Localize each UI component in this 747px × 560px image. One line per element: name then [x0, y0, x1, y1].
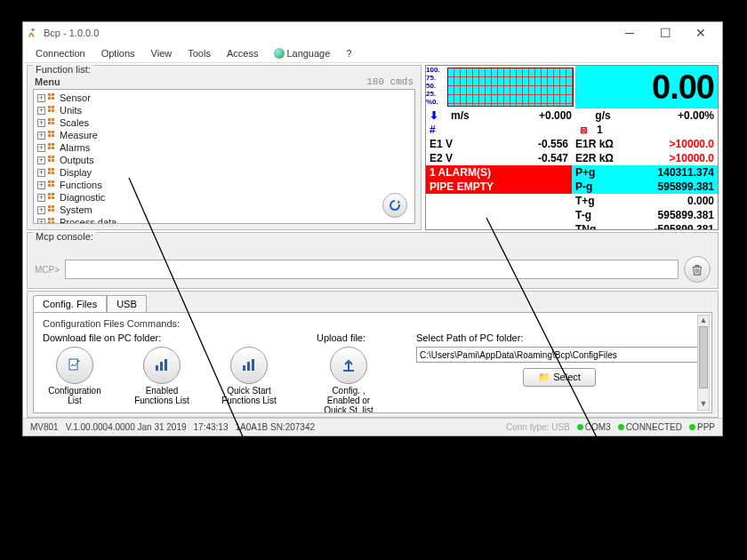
expand-icon[interactable]: +	[37, 219, 45, 225]
maximize-button[interactable]: ☐	[647, 26, 683, 40]
cmd-enabled-functions[interactable]: Enabled Functions List	[130, 347, 194, 405]
trash-icon	[691, 263, 703, 276]
refresh-icon	[388, 198, 402, 212]
config-panel: Config. Files USB Configuration Files Co…	[27, 291, 719, 418]
status-device: MV801	[30, 422, 59, 432]
folder-icon	[48, 193, 57, 202]
download-label: Download file on PC folder:	[43, 332, 281, 343]
folder-icon	[48, 156, 57, 164]
expand-icon[interactable]: +	[37, 181, 45, 189]
mcp-title: Mcp console:	[33, 231, 96, 242]
device-display: 100. 75. 50. 25. %0. 0.00 ⬇ m/s +0.000 g…	[425, 65, 719, 230]
select-folder-button[interactable]: 📁 Select	[523, 368, 596, 387]
arrow-icon: ⬇	[426, 108, 447, 123]
titlebar: Bcp - 1.0.0.0 ─ ☐ ✕	[23, 22, 722, 44]
svg-rect-8	[343, 370, 354, 372]
menu-access[interactable]: Access	[227, 48, 258, 59]
folder-icon	[48, 118, 57, 127]
folder-icon	[48, 93, 57, 102]
main-readout: 0.00	[575, 66, 718, 108]
svg-rect-5	[243, 365, 245, 371]
alarm-banner: 1 ALARM(S)	[426, 165, 572, 180]
clear-console-button[interactable]	[684, 256, 711, 283]
cfg-heading: Configuration Files Commands:	[43, 318, 703, 329]
tree-item: +System	[34, 204, 414, 216]
svg-rect-3	[160, 362, 163, 371]
folder-icon: 📁	[538, 372, 550, 382]
function-list-panel: Function list: Menu 180 cmds +Sensor +Un…	[27, 65, 422, 230]
select-path-label: Select Path of PC folder:	[416, 332, 523, 343]
alarm-text: PIPE EMPTY	[426, 180, 572, 194]
expand-icon[interactable]: +	[37, 144, 45, 152]
tree-item: +Process data	[34, 216, 414, 224]
expand-icon[interactable]: +	[37, 94, 45, 102]
svg-rect-2	[156, 365, 158, 371]
menu-options[interactable]: Options	[101, 48, 135, 59]
statusbar: MV801 V.1.00.0004.0000 Jan 31 2019 17:43…	[23, 418, 722, 436]
cmd-upload[interactable]: Config. , Enabled or Quick St. list	[317, 347, 381, 413]
tree-item: +Scales	[34, 116, 414, 129]
mcp-input[interactable]	[65, 260, 679, 279]
scroll-thumb[interactable]	[699, 326, 708, 388]
folder-icon	[48, 168, 57, 177]
scrollbar[interactable]: ▲ ▼	[697, 315, 710, 411]
expand-icon[interactable]: +	[37, 107, 45, 115]
app-icon	[27, 27, 39, 39]
mcp-console-panel: Mcp console: MCP>	[27, 232, 719, 289]
expand-icon[interactable]: +	[37, 194, 45, 202]
folder-icon	[48, 131, 57, 140]
path-input[interactable]	[416, 347, 703, 363]
folder-icon	[48, 143, 57, 152]
tab-config-files[interactable]: Config. Files	[33, 295, 107, 312]
expand-icon[interactable]: +	[37, 169, 45, 177]
folder-icon	[48, 218, 57, 224]
cmd-config-list[interactable]: Configuration List	[43, 347, 107, 405]
tree-item: +Outputs	[34, 154, 414, 166]
cmds-count: 180 cmds	[366, 76, 414, 87]
status-dot-icon	[577, 424, 583, 430]
close-button[interactable]: ✕	[683, 26, 719, 40]
menubar: Connection Options View Tools Access Lan…	[23, 44, 722, 63]
cmd-quickstart-functions[interactable]: Quick Start Functions List	[217, 347, 281, 405]
mini-graph: 100. 75. 50. 25. %0.	[426, 66, 575, 108]
menu-view[interactable]: View	[151, 48, 173, 59]
refresh-button[interactable]	[382, 193, 407, 218]
menu-tools[interactable]: Tools	[188, 48, 211, 59]
tree-item: +Sensor	[34, 92, 414, 104]
menu-language[interactable]: Language	[274, 48, 330, 59]
status-conn-type: Conn type: USB	[506, 422, 570, 432]
function-tree[interactable]: +Sensor +Units +Scales +Measure +Alarms …	[33, 89, 415, 224]
svg-rect-6	[247, 362, 250, 371]
globe-icon	[274, 48, 285, 59]
tree-item: +Alarms	[34, 141, 414, 154]
status-dot-icon	[618, 424, 624, 430]
status-com: COM3	[577, 422, 611, 432]
alert-icon: ⦻	[575, 123, 593, 137]
app-title: Bcp - 1.0.0.0	[44, 28, 99, 38]
menu-help[interactable]: ?	[346, 48, 351, 59]
function-list-title: Function list:	[33, 64, 93, 75]
upload-label: Upload file:	[317, 332, 381, 343]
scroll-down-icon[interactable]: ▼	[698, 399, 709, 410]
folder-icon	[48, 205, 57, 214]
expand-icon[interactable]: +	[37, 132, 45, 140]
bars-icon	[240, 356, 258, 374]
status-version: V.1.00.0004.0000 Jan 31 2019	[66, 422, 187, 432]
tree-item: +Functions	[34, 179, 414, 191]
document-icon	[66, 356, 84, 374]
minimize-button[interactable]: ─	[612, 26, 647, 40]
expand-icon[interactable]: +	[37, 119, 45, 127]
status-connected: CONNECTED	[618, 422, 682, 432]
folder-icon	[48, 180, 57, 189]
scroll-up-icon[interactable]: ▲	[698, 316, 709, 326]
bars-icon	[153, 356, 171, 374]
upload-icon	[340, 356, 357, 374]
app-window: Bcp - 1.0.0.0 ─ ☐ ✕ Connection Options V…	[22, 21, 723, 436]
folder-icon	[48, 106, 57, 115]
tab-usb[interactable]: USB	[107, 295, 147, 312]
menu-connection[interactable]: Connection	[36, 48, 85, 59]
mcp-prompt: MCP>	[35, 265, 60, 275]
expand-icon[interactable]: +	[37, 156, 45, 164]
status-ppp: PPP	[689, 422, 715, 432]
expand-icon[interactable]: +	[37, 206, 45, 214]
